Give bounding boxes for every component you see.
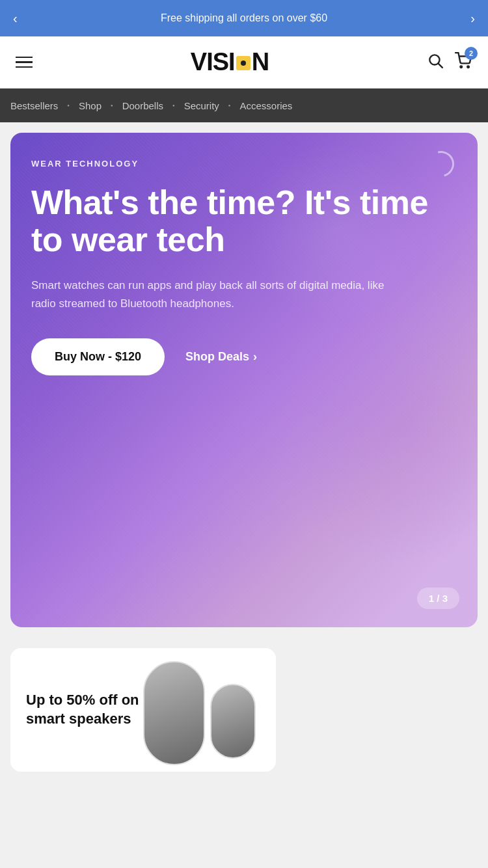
- hero-actions: Buy Now - $120 Shop Deals ›: [31, 338, 457, 375]
- nav-dot-1: ●: [67, 103, 70, 107]
- nav-dot-2: ●: [111, 103, 113, 107]
- promo-card-text: Up to 50% off on smart speakers: [26, 691, 143, 728]
- nav-dot-4: ●: [228, 103, 231, 107]
- logo-icon: [236, 56, 251, 70]
- promo-card-speakers[interactable]: Up to 50% off on smart speakers: [10, 648, 276, 772]
- promo-cards-row: Up to 50% off on smart speakers: [0, 638, 488, 772]
- logo[interactable]: VISIN: [191, 48, 269, 76]
- announcement-prev-button[interactable]: ‹: [13, 12, 18, 25]
- hamburger-line-2: [16, 61, 33, 63]
- header: VISIN 2: [0, 36, 488, 88]
- nav-item-shop[interactable]: Shop: [71, 88, 109, 122]
- search-button[interactable]: [427, 52, 444, 73]
- promo-card-image: [143, 655, 260, 765]
- shop-deals-button[interactable]: Shop Deals ›: [185, 350, 257, 364]
- nav-item-bestsellers[interactable]: Bestsellers: [10, 88, 66, 122]
- speaker-small: [210, 684, 256, 759]
- speaker-large: [143, 661, 205, 765]
- hero-subtitle: WEAR TECHNOLOGY: [31, 159, 457, 169]
- nav-item-security[interactable]: Security: [176, 88, 227, 122]
- chevron-right-icon: ›: [253, 350, 257, 364]
- hero-card: WEAR TECHNOLOGY What's the time? It's ti…: [10, 133, 478, 627]
- svg-point-3: [467, 66, 469, 68]
- nav-item-accessories[interactable]: Accessories: [232, 88, 300, 122]
- header-icons: 2: [427, 52, 472, 73]
- speakers-illustration: [143, 655, 260, 765]
- announcement-text: Free shipping all orders on over $60: [18, 12, 471, 24]
- cart-button[interactable]: 2: [454, 52, 472, 73]
- navigation-bar: Bestsellers ● Shop ● Doorbells ● Securit…: [0, 88, 488, 122]
- logo-text-n: N: [252, 48, 269, 76]
- announcement-next-button[interactable]: ›: [470, 12, 475, 25]
- announcement-bar: ‹ Free shipping all orders on over $60 ›: [0, 0, 488, 36]
- buy-now-button[interactable]: Buy Now - $120: [31, 338, 165, 375]
- nav-dot-3: ●: [172, 103, 175, 107]
- nav-item-doorbells[interactable]: Doorbells: [115, 88, 171, 122]
- shop-deals-label: Shop Deals: [185, 350, 249, 364]
- hamburger-line-3: [16, 66, 33, 68]
- hero-pagination: 1 / 3: [417, 588, 459, 609]
- svg-point-2: [460, 66, 462, 68]
- hamburger-menu-button[interactable]: [16, 57, 33, 68]
- hero-content: WEAR TECHNOLOGY What's the time? It's ti…: [31, 159, 457, 375]
- cart-badge: 2: [465, 47, 478, 60]
- svg-line-1: [439, 63, 442, 67]
- hero-title: What's the time? It's time to wear tech: [31, 184, 457, 258]
- hamburger-line-1: [16, 57, 33, 59]
- hero-section: WEAR TECHNOLOGY What's the time? It's ti…: [0, 122, 488, 638]
- logo-text-v: VISI: [191, 48, 235, 76]
- hero-description: Smart watches can run apps and play back…: [31, 277, 396, 312]
